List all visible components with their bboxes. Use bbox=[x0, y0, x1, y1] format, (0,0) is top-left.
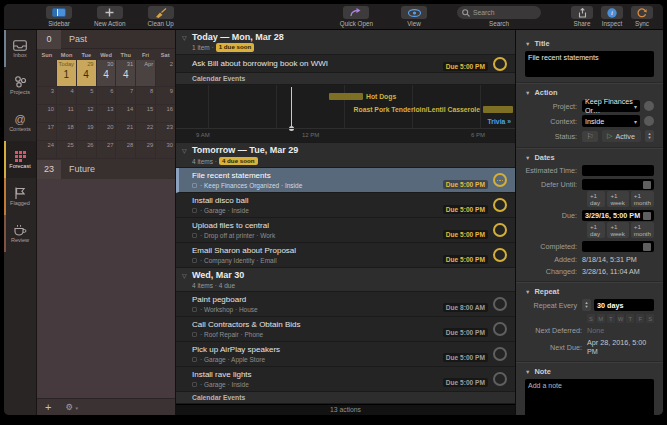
calendar-day-cell[interactable]: 28 bbox=[116, 141, 136, 159]
complete-circle[interactable] bbox=[493, 372, 507, 386]
inspect-button[interactable]: i bbox=[601, 6, 623, 19]
group-header-tomorrow[interactable]: ▽ Tomorrow — Tue, Mar 29 4 items ·4 due … bbox=[176, 143, 515, 168]
clean-up-button[interactable] bbox=[148, 6, 174, 19]
sidebar-item-review[interactable]: Review bbox=[4, 215, 36, 252]
calendar-day-cell[interactable]: 2 bbox=[156, 60, 175, 87]
calendar-day-cell[interactable]: 24 bbox=[37, 141, 57, 159]
calendar-day-cell[interactable]: Apr bbox=[136, 60, 156, 87]
calendar-day-cell[interactable]: 22 bbox=[136, 123, 156, 141]
complete-circle[interactable] bbox=[493, 198, 507, 212]
status-dropdown[interactable]: ▷Active bbox=[602, 130, 641, 142]
complete-circle[interactable] bbox=[493, 57, 507, 71]
calendar-day-cell[interactable]: 11 bbox=[57, 105, 77, 123]
calendar-event[interactable]: Hot Dogs bbox=[329, 93, 396, 100]
flag-checkbox[interactable] bbox=[192, 233, 197, 238]
calendar-event[interactable]: Roast Pork Tenderloin/Lentil Casserole bbox=[354, 106, 513, 113]
calendar-picker-icon[interactable] bbox=[643, 212, 651, 220]
task-row[interactable]: Email Sharon about Proposal · Company Id… bbox=[176, 243, 515, 268]
flag-checkbox[interactable] bbox=[192, 208, 197, 213]
flag-checkbox[interactable] bbox=[192, 258, 197, 263]
context-detail-button[interactable] bbox=[644, 116, 654, 126]
sync-button[interactable] bbox=[631, 6, 653, 19]
calendar-day-cell[interactable]: 19 bbox=[77, 123, 97, 141]
search-field[interactable] bbox=[457, 6, 541, 19]
calendar-picker-icon[interactable] bbox=[643, 181, 651, 189]
plus-one-month-button[interactable]: +1 month bbox=[631, 191, 654, 207]
weekday-toggle[interactable]: W bbox=[617, 314, 625, 323]
calendar-day-cell[interactable]: 15 bbox=[136, 105, 156, 123]
task-row[interactable]: Pick up AirPlay speakers · Garage · Appl… bbox=[176, 342, 515, 367]
task-row[interactable]: Paint pegboard · Workshop · House Due 8:… bbox=[176, 292, 515, 317]
status-stepper[interactable]: ▲▼ bbox=[645, 130, 654, 142]
calendar-day-cell[interactable]: 12 bbox=[77, 105, 97, 123]
repeat-every-field[interactable]: 30 days bbox=[594, 299, 654, 311]
calendar-day-cell[interactable]: 18 bbox=[57, 123, 77, 141]
repeat-section-header[interactable]: ▼Repeat bbox=[525, 287, 654, 296]
plus-one-day-button[interactable]: +1 day bbox=[587, 222, 605, 238]
search-input[interactable] bbox=[473, 9, 533, 16]
calendar-day-cell[interactable]: 9 bbox=[156, 87, 175, 105]
group-header-today[interactable]: ▽ Today — Mon, Mar 28 1 item ·1 due soon bbox=[176, 30, 515, 55]
calendar-day-cell[interactable]: 26 bbox=[77, 141, 97, 159]
context-dropdown[interactable]: Inside▾ bbox=[582, 115, 640, 127]
plus-one-week-button[interactable]: +1 week bbox=[607, 191, 628, 207]
calendar-day-cell[interactable]: 5 bbox=[77, 87, 97, 105]
disclosure-triangle-icon[interactable]: ▽ bbox=[182, 34, 187, 41]
flag-checkbox[interactable] bbox=[192, 357, 197, 362]
calendar-day-cell-today[interactable]: Today1 bbox=[57, 60, 77, 87]
due-field[interactable]: 3/29/16, 5:00 PM bbox=[582, 210, 654, 221]
flag-toggle-button[interactable]: ⚐ bbox=[582, 131, 598, 142]
weekday-toggle[interactable]: T bbox=[626, 314, 634, 323]
sidebar-item-projects[interactable]: Projects bbox=[4, 67, 36, 104]
task-row[interactable]: Upload files to central · Drop off at pr… bbox=[176, 218, 515, 243]
calendar-day-cell[interactable]: 6 bbox=[97, 87, 117, 105]
calendar-day-cell[interactable]: 17 bbox=[37, 123, 57, 141]
complete-circle[interactable] bbox=[493, 173, 507, 187]
calendar-day-cell[interactable]: 27 bbox=[97, 141, 117, 159]
disclosure-triangle-icon[interactable]: ▽ bbox=[182, 147, 187, 154]
sidebar-item-forecast[interactable]: Forecast bbox=[4, 141, 36, 178]
complete-circle[interactable] bbox=[493, 248, 507, 262]
title-section-header[interactable]: ▼Title bbox=[525, 39, 654, 48]
past-row[interactable]: 0 Past bbox=[37, 30, 175, 49]
project-detail-button[interactable] bbox=[644, 101, 654, 111]
flag-checkbox[interactable] bbox=[192, 332, 197, 337]
calendar-day-cell[interactable]: 20 bbox=[97, 123, 117, 141]
plus-one-day-button[interactable]: +1 day bbox=[587, 191, 605, 207]
share-button[interactable] bbox=[571, 6, 593, 19]
sidebar-item-inbox[interactable]: Inbox bbox=[4, 30, 36, 67]
calendar-day-cell[interactable] bbox=[37, 60, 57, 87]
future-row[interactable]: 23 Future bbox=[37, 159, 175, 179]
task-row-selected[interactable]: File recent statements · Keep Finances O… bbox=[176, 168, 515, 193]
task-row[interactable]: Install rave lights · Garage · Inside Du… bbox=[176, 367, 515, 392]
title-input[interactable]: File recent statements bbox=[525, 51, 654, 77]
calendar-day-cell[interactable]: 304 bbox=[97, 60, 117, 87]
estimated-time-field[interactable] bbox=[582, 165, 654, 176]
sidebar-item-flagged[interactable]: Flagged bbox=[4, 178, 36, 215]
completed-field[interactable] bbox=[582, 241, 654, 252]
new-action-button[interactable] bbox=[97, 6, 123, 19]
weekday-toggle[interactable]: S bbox=[587, 314, 595, 323]
weekday-toggle[interactable]: S bbox=[646, 314, 654, 323]
calendar-day-cell[interactable]: 8 bbox=[136, 87, 156, 105]
dates-section-header[interactable]: ▼Dates bbox=[525, 153, 654, 162]
calendar-day-cell[interactable]: 314 bbox=[116, 60, 136, 87]
calendar-day-cell[interactable]: 16 bbox=[156, 105, 175, 123]
add-item-button[interactable]: + bbox=[45, 402, 51, 413]
project-dropdown[interactable]: Keep Finances Or…▾ bbox=[582, 100, 640, 112]
defer-until-field[interactable] bbox=[582, 179, 654, 190]
flag-checkbox[interactable] bbox=[192, 183, 197, 188]
calendar-day-cell[interactable]: 3 bbox=[37, 87, 57, 105]
task-row[interactable]: Ask Bill about borrowing book on WWI Due… bbox=[176, 55, 515, 73]
flag-checkbox[interactable] bbox=[192, 382, 197, 387]
weekday-toggle[interactable]: M bbox=[597, 314, 605, 323]
note-textarea[interactable]: Add a note bbox=[525, 379, 654, 415]
calendar-day-cell[interactable]: 10 bbox=[37, 105, 57, 123]
complete-circle[interactable] bbox=[493, 297, 507, 311]
calendar-day-cell[interactable]: 294 bbox=[77, 60, 97, 87]
calendar-day-cell[interactable]: 23 bbox=[156, 123, 175, 141]
calendar-day-cell[interactable]: 14 bbox=[116, 105, 136, 123]
view-button[interactable] bbox=[401, 6, 427, 19]
repeat-stepper[interactable]: ▲▼ bbox=[582, 299, 591, 311]
calendar-day-cell[interactable]: 29 bbox=[136, 141, 156, 159]
